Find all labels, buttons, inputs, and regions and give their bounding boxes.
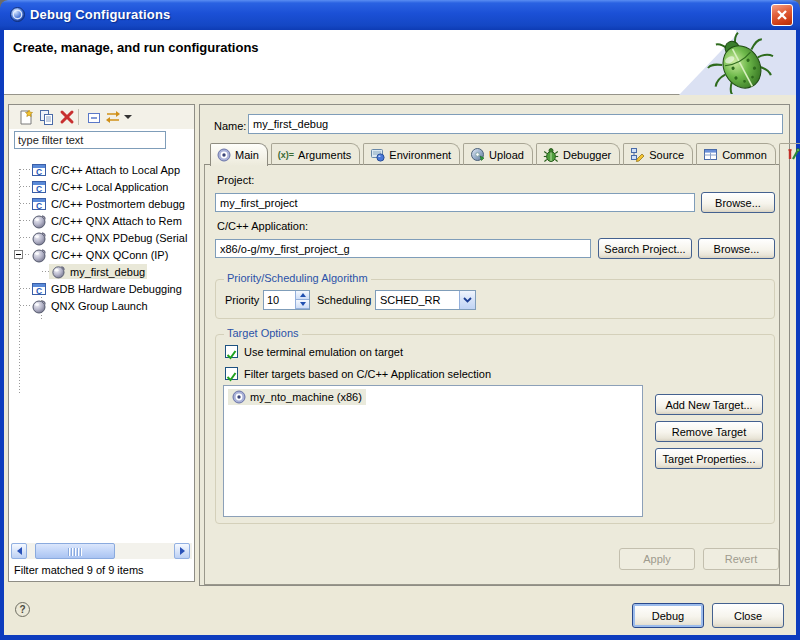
- tree-item-cpp-local-application[interactable]: C/C++ Local Application: [31, 178, 168, 195]
- arguments-tab-icon: (x)=: [278, 150, 294, 160]
- terminal-emulation-label: Use terminal emulation on target: [244, 346, 403, 358]
- delete-configuration-icon[interactable]: [59, 109, 76, 126]
- collapse-all-icon[interactable]: [86, 109, 103, 126]
- tree-guide: [20, 169, 30, 170]
- filter-targets-checkbox[interactable]: [225, 367, 238, 380]
- title-bar[interactable]: Debug Configurations: [0, 0, 800, 30]
- scrollbar-thumb[interactable]: [35, 543, 115, 559]
- help-button[interactable]: ?: [15, 602, 30, 617]
- c-application-icon: [31, 162, 47, 178]
- tab-upload[interactable]: Upload: [463, 143, 533, 165]
- tab-debugger[interactable]: Debugger: [536, 143, 620, 165]
- tree-guide: [19, 169, 20, 311]
- priority-spinner[interactable]: 10: [263, 290, 310, 310]
- project-label: Project:: [217, 174, 254, 186]
- c-application-icon: [31, 196, 47, 212]
- upload-tab-icon: [470, 147, 485, 162]
- tab-arguments[interactable]: (x)= Arguments: [271, 143, 360, 165]
- revert-button[interactable]: Revert: [703, 548, 779, 570]
- scroll-right-button[interactable]: [174, 543, 190, 559]
- add-new-target-button[interactable]: Add New Target...: [655, 394, 763, 415]
- target-options-title: Target Options: [224, 327, 302, 339]
- tree-guide: [25, 254, 30, 255]
- qnx-orb-icon: [31, 230, 47, 246]
- source-tab-icon: [630, 147, 645, 162]
- target-list[interactable]: my_nto_machine (x86): [223, 385, 643, 517]
- toolbar-menu-caret-icon[interactable]: [124, 115, 132, 119]
- toolbar-separator: [78, 109, 79, 125]
- common-tab-icon: [703, 147, 718, 162]
- new-launch-configuration-icon[interactable]: [17, 109, 34, 126]
- filter-match-status: Filter matched 9 of 9 items: [14, 564, 144, 576]
- target-machine-icon: [232, 390, 246, 404]
- tree-item-qnx-qconn[interactable]: C/C++ QNX QConn (IP): [31, 246, 168, 263]
- tree-guide: [20, 305, 30, 306]
- spinner-up-button[interactable]: [295, 291, 309, 300]
- tree-guide: [20, 288, 30, 289]
- close-button[interactable]: Close: [712, 603, 784, 628]
- debugger-tab-icon: [543, 147, 559, 163]
- target-list-item[interactable]: my_nto_machine (x86): [228, 389, 366, 405]
- tree-item-my-first-debug[interactable]: my_first_debug: [49, 263, 147, 280]
- tree-guide: [20, 220, 30, 221]
- environment-tab-icon: [370, 147, 385, 162]
- tree-item-qnx-group-launch[interactable]: QNX Group Launch: [31, 297, 148, 314]
- filter-targets-label: Filter targets based on C/C++ Applicatio…: [244, 368, 491, 380]
- priority-label: Priority: [225, 294, 259, 306]
- configuration-detail-panel: Name: Main (x)= Arguments: [199, 104, 790, 586]
- tree-item-cpp-attach-local[interactable]: C/C++ Attach to Local App: [31, 161, 180, 178]
- tree-guide: [20, 237, 30, 238]
- name-label: Name:: [214, 120, 246, 132]
- terminal-emulation-checkbox[interactable]: [225, 345, 238, 358]
- dialog-header: Create, manage, and run configurations: [4, 30, 796, 95]
- duplicate-configuration-icon[interactable]: [38, 109, 55, 126]
- priority-group-title: Priority/Scheduling Algorithm: [224, 272, 371, 284]
- spinner-down-button[interactable]: [295, 300, 309, 309]
- qnx-orb-icon: [31, 298, 47, 314]
- target-properties-button[interactable]: Target Properties...: [655, 448, 763, 469]
- tab-environment[interactable]: Environment: [363, 143, 460, 165]
- tools-tab-icon: [786, 147, 800, 162]
- tab-main[interactable]: Main: [210, 143, 268, 166]
- dialog-icon: [9, 6, 26, 23]
- remove-target-button[interactable]: Remove Target: [655, 421, 763, 442]
- c-application-icon: [31, 179, 47, 195]
- close-window-button[interactable]: [771, 4, 793, 26]
- combo-dropdown-button[interactable]: [459, 291, 475, 309]
- tree-guide: [20, 186, 30, 187]
- bug-logo-icon: [700, 30, 782, 94]
- close-icon: [776, 9, 788, 21]
- qnx-orb-icon: [51, 264, 66, 279]
- debug-button[interactable]: Debug: [632, 603, 704, 628]
- filter-launch-configurations-icon[interactable]: [105, 109, 122, 126]
- tree-item-qnx-pdebug[interactable]: C/C++ QNX PDebug (Serial: [31, 229, 187, 246]
- scroll-left-button[interactable]: [11, 543, 27, 559]
- search-project-button[interactable]: Search Project...: [598, 238, 692, 259]
- tree-item-gdb-hardware[interactable]: GDB Hardware Debugging: [31, 280, 182, 297]
- tree-collapse-expander[interactable]: [14, 250, 23, 259]
- scrollbar-grip: [68, 548, 82, 556]
- priority-scheduling-group: Priority/Scheduling Algorithm Priority 1…: [215, 279, 775, 319]
- filter-input[interactable]: [14, 131, 166, 149]
- application-browse-button[interactable]: Browse...: [698, 238, 775, 259]
- tree-item-cpp-postmortem[interactable]: C/C++ Postmortem debugg: [31, 195, 185, 212]
- application-input[interactable]: [215, 239, 591, 258]
- window-border-bottom: [0, 635, 800, 640]
- tree-horizontal-scrollbar[interactable]: [11, 543, 192, 559]
- tab-tools[interactable]: Tools: [779, 143, 800, 165]
- configuration-name-input[interactable]: [248, 114, 783, 134]
- scheduling-label: Scheduling: [317, 294, 371, 306]
- window-border-right: [796, 30, 800, 640]
- main-tab-icon: [217, 148, 231, 162]
- tree-item-qnx-attach-remote[interactable]: C/C++ QNX Attach to Rem: [31, 212, 182, 229]
- apply-button[interactable]: Apply: [619, 548, 695, 570]
- arrow-up-icon: [300, 293, 306, 297]
- project-input[interactable]: [215, 193, 695, 212]
- debug-configurations-dialog: Debug Configurations Create, manage, and…: [0, 0, 800, 640]
- tab-common[interactable]: Common: [696, 143, 776, 165]
- project-browse-button[interactable]: Browse...: [701, 192, 775, 213]
- tab-source[interactable]: Source: [623, 143, 693, 165]
- launch-config-tree: C/C++ Attach to Local App C/C++ Local Ap…: [9, 155, 194, 543]
- scheduling-combo[interactable]: SCHED_RR: [375, 290, 476, 310]
- application-label: C/C++ Application:: [217, 220, 308, 232]
